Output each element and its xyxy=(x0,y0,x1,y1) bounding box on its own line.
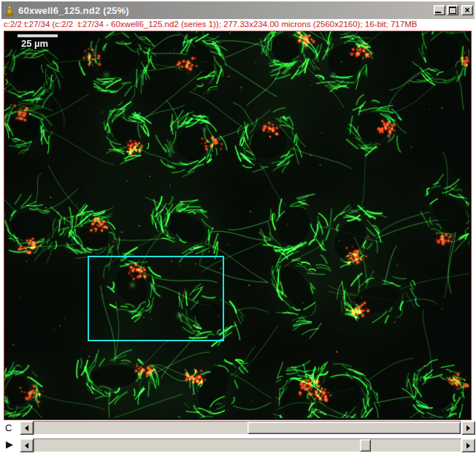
time-scrollbar-thumb[interactable] xyxy=(360,439,371,452)
window-controls: × xyxy=(432,5,473,15)
time-scroll-right-button[interactable] xyxy=(461,438,475,452)
channel-scroll-left-button[interactable] xyxy=(20,421,34,435)
channel-scrollbar-row: C xyxy=(0,421,476,435)
arrow-left-icon xyxy=(25,443,28,449)
window-title: 60xwell6_125.nd2 (25%) xyxy=(18,5,129,16)
time-scrollbar-row xyxy=(0,438,476,452)
channel-scroll-right-button[interactable] xyxy=(461,421,475,435)
scale-bar-label: 25 µm xyxy=(21,38,48,49)
time-scroll-left-button[interactable] xyxy=(20,438,34,452)
close-icon: × xyxy=(464,7,469,15)
micrograph-image xyxy=(4,31,469,418)
minimize-icon xyxy=(435,12,441,13)
nd2-document-icon xyxy=(4,5,15,16)
arrow-right-icon xyxy=(467,425,470,431)
image-viewport[interactable]: 25 µm xyxy=(4,31,472,420)
arrow-left-icon xyxy=(25,425,28,431)
arrow-right-icon xyxy=(467,443,470,449)
maximize-button[interactable] xyxy=(447,5,458,15)
title-bar[interactable]: 60xwell6_125.nd2 (25%) × xyxy=(1,1,475,19)
channel-scrollbar-track[interactable] xyxy=(34,421,461,435)
time-scrollbar-track[interactable] xyxy=(34,438,461,452)
maximize-icon xyxy=(449,7,456,14)
channel-label: C xyxy=(5,421,12,435)
viewer-window: 60xwell6_125.nd2 (25%) × c:2/2 t:27/34 (… xyxy=(0,0,476,456)
image-info-bar: c:2/2 t:27/34 (c:2/2 t:27/34 - 60xwell6_… xyxy=(1,19,475,31)
minimize-button[interactable] xyxy=(434,5,445,15)
scale-bar xyxy=(18,34,58,37)
close-button[interactable]: × xyxy=(461,5,473,15)
channel-scrollbar-thumb[interactable] xyxy=(247,422,461,434)
play-icon[interactable] xyxy=(6,441,13,449)
roi-rectangle[interactable] xyxy=(88,256,224,341)
